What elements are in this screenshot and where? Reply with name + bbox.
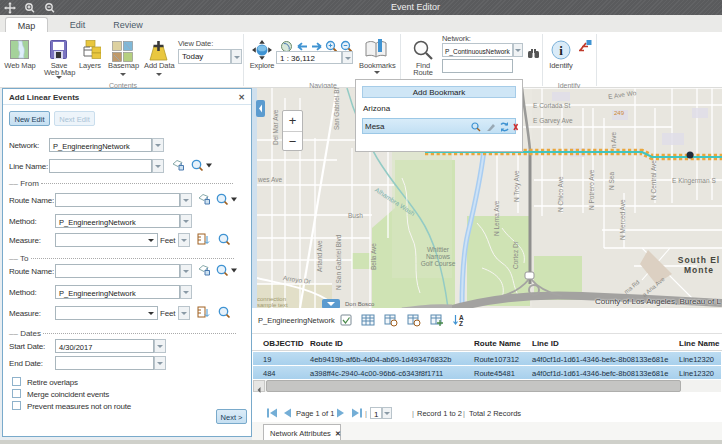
svg-text:i: i [559,43,563,58]
svg-text:Z: Z [459,320,463,327]
